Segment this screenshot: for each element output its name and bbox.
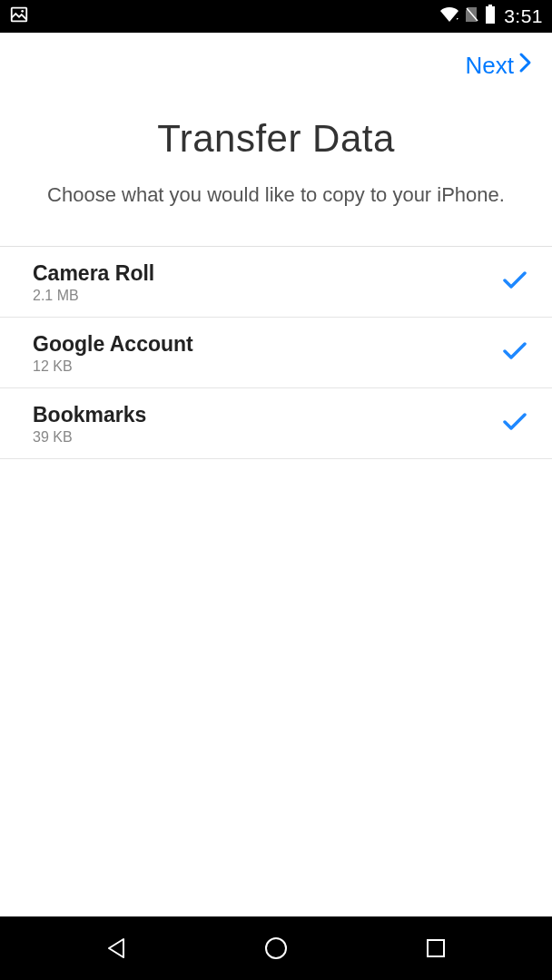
next-label: Next [466,52,514,80]
status-bar: 3:51 [0,0,552,33]
back-button[interactable] [89,921,143,975]
clock: 3:51 [504,5,543,27]
status-left [9,5,29,28]
page-subtitle: Choose what you would like to copy to yo… [36,181,516,210]
item-text: Camera Roll 2.1 MB [33,261,154,304]
item-text: Bookmarks 39 KB [33,403,146,446]
item-text: Google Account 12 KB [33,332,193,375]
svg-point-1 [21,10,24,13]
sim-icon [464,5,480,27]
item-label: Bookmarks [33,403,146,427]
check-icon [503,342,534,364]
svg-rect-3 [488,5,492,6]
list-item-bookmarks[interactable]: Bookmarks 39 KB [0,388,552,459]
top-nav: Next [0,33,552,90]
chevron-right-icon [516,51,534,81]
main-content: Next Transfer Data Choose what you would… [0,33,552,916]
item-label: Camera Roll [33,261,154,286]
item-size: 39 KB [33,429,146,446]
item-size: 12 KB [33,358,193,375]
status-right: 3:51 [439,5,543,28]
battery-icon [484,5,497,28]
wifi-icon [439,5,460,27]
check-icon [503,413,534,435]
data-list: Camera Roll 2.1 MB Google Account 12 KB [0,246,552,459]
page-title: Transfer Data [36,117,516,161]
check-icon [503,271,534,293]
list-item-google-account[interactable]: Google Account 12 KB [0,318,552,388]
svg-point-5 [266,938,286,958]
navigation-bar [0,916,552,980]
item-label: Google Account [33,332,193,357]
svg-rect-6 [428,940,444,956]
image-icon [9,5,29,28]
home-button[interactable] [249,921,303,975]
next-button[interactable]: Next [466,51,534,81]
item-size: 2.1 MB [33,288,154,304]
list-item-camera-roll[interactable]: Camera Roll 2.1 MB [0,247,552,318]
svg-rect-4 [486,6,495,24]
recent-apps-button[interactable] [409,921,463,975]
header: Transfer Data Choose what you would like… [0,90,552,246]
